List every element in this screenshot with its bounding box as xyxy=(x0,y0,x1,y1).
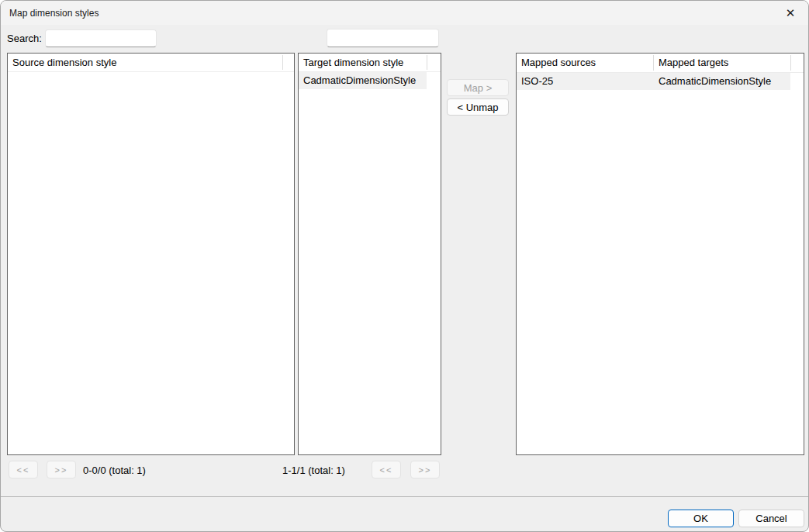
mapped-target-cell: CadmaticDimensionStyle xyxy=(659,73,771,90)
target-pager-next-button[interactable]: >> xyxy=(410,461,440,478)
source-list-panel: Source dimension style xyxy=(7,53,295,455)
target-list-header: Target dimension style xyxy=(299,54,441,72)
column-separator xyxy=(790,55,791,71)
target-search-input[interactable] xyxy=(327,29,439,47)
column-separator xyxy=(427,55,427,70)
list-item[interactable]: CadmaticDimensionStyle xyxy=(299,72,427,89)
source-pager-prev-button[interactable]: << xyxy=(9,461,38,478)
search-label: Search: xyxy=(7,33,42,44)
cancel-button[interactable]: Cancel xyxy=(738,510,804,527)
column-separator xyxy=(653,55,654,71)
source-list-header: Source dimension style xyxy=(8,54,294,72)
source-pager-status: 0-0/0 (total: 1) xyxy=(83,465,146,476)
map-button[interactable]: Map > xyxy=(447,79,509,96)
target-list-panel: Target dimension style CadmaticDimension… xyxy=(298,53,441,455)
target-pager-status: 1-1/1 (total: 1) xyxy=(282,465,345,476)
close-icon: ✕ xyxy=(786,6,796,19)
titlebar: Map dimension styles ✕ xyxy=(1,1,808,25)
mapped-source-cell: ISO-25 xyxy=(521,73,553,90)
map-dimension-styles-dialog: Map dimension styles ✕ Search: Source di… xyxy=(0,0,809,532)
source-pager-next-button[interactable]: >> xyxy=(47,461,76,478)
target-pager-prev-button[interactable]: << xyxy=(372,461,401,478)
mapped-table-panel: Mapped sources Mapped targets ISO-25 Cad… xyxy=(516,53,804,455)
source-list-header-label: Source dimension style xyxy=(12,57,116,68)
source-search-input[interactable] xyxy=(45,29,157,47)
table-row[interactable]: ISO-25 CadmaticDimensionStyle xyxy=(517,73,790,90)
mapped-targets-column-header: Mapped targets xyxy=(659,54,728,72)
column-separator xyxy=(282,55,283,70)
ok-button[interactable]: OK xyxy=(668,510,734,527)
dialog-title: Map dimension styles xyxy=(9,8,99,19)
unmap-button[interactable]: < Unmap xyxy=(447,98,509,116)
close-button[interactable]: ✕ xyxy=(773,1,808,25)
mapped-table-header: Mapped sources Mapped targets xyxy=(517,54,804,73)
footer-divider xyxy=(1,496,808,497)
mapped-sources-column-header: Mapped sources xyxy=(521,54,596,72)
target-list-header-label: Target dimension style xyxy=(303,57,403,68)
